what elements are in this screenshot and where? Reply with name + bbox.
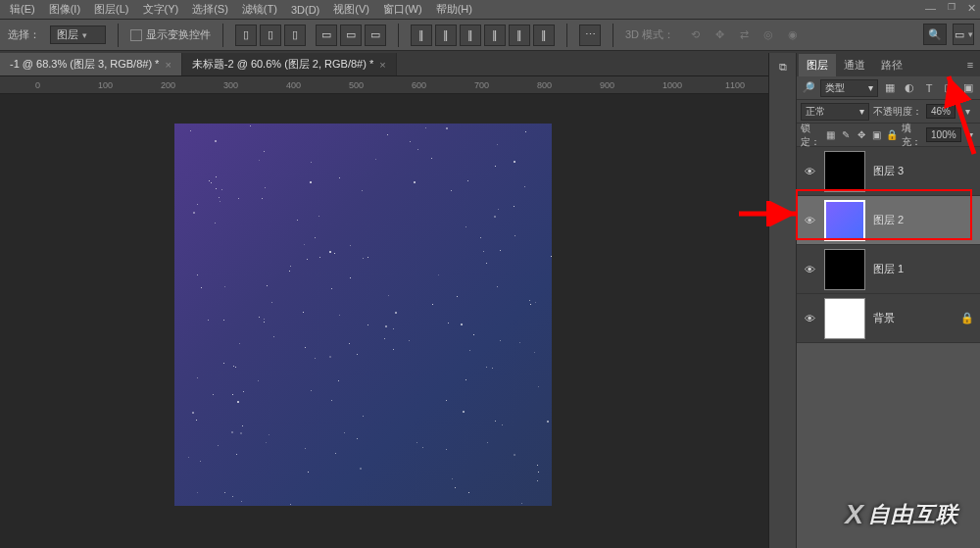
layer-name[interactable]: 图层 1 <box>873 262 904 276</box>
menu-layer[interactable]: 图层(L) <box>88 0 134 19</box>
panel-history-icon[interactable]: ⧉ <box>775 59 791 75</box>
3d-cam-icon[interactable]: ◎ <box>758 25 779 46</box>
divider <box>566 24 567 47</box>
lock-brush-icon[interactable]: ✎ <box>841 127 852 143</box>
search-icon[interactable]: 🔍 <box>923 24 947 45</box>
lock-artboard-icon[interactable]: ▣ <box>870 127 881 143</box>
align-top-icon[interactable]: ▭ <box>316 25 337 46</box>
filter-pixel-icon[interactable]: ▦ <box>882 80 898 96</box>
layer-row[interactable]: 👁 图层 2 <box>797 196 980 245</box>
align-right-icon[interactable]: ▯ <box>284 25 306 46</box>
menu-3d[interactable]: 3D(D) <box>285 2 325 18</box>
layers-tab[interactable]: 图层 <box>799 54 836 76</box>
align-center-h-icon[interactable]: ▯ <box>260 25 281 46</box>
visibility-icon[interactable]: 👁 <box>803 215 816 226</box>
filter-smart-icon[interactable]: ▣ <box>960 80 976 96</box>
layer-name[interactable]: 背景 <box>873 311 895 325</box>
dist-3-icon[interactable]: ‖ <box>460 25 481 46</box>
fill-chevron-icon[interactable]: ▾ <box>965 127 976 143</box>
minimize-icon[interactable]: — <box>925 2 936 15</box>
show-transform-label: 显示变换控件 <box>146 27 211 42</box>
filter-type-icon[interactable]: T <box>921 80 937 96</box>
ruler-mark: 0 <box>35 80 40 90</box>
tab-close-icon[interactable]: × <box>165 59 171 71</box>
document-tab-1[interactable]: -1 @ 68.3% (图层 3, RGB/8#) * × <box>0 53 182 75</box>
visibility-icon[interactable]: 👁 <box>803 166 816 177</box>
menu-text[interactable]: 文字(Y) <box>137 0 185 19</box>
dist-5-icon[interactable]: ‖ <box>509 25 530 46</box>
layer-thumbnail[interactable] <box>824 151 865 192</box>
watermark-x-icon: X <box>845 499 864 530</box>
ruler-mark: 800 <box>537 80 552 90</box>
menu-window[interactable]: 窗口(W) <box>377 0 428 19</box>
align-middle-icon[interactable]: ▭ <box>340 25 362 46</box>
dist-4-icon[interactable]: ‖ <box>484 25 506 46</box>
dist-6-icon[interactable]: ‖ <box>533 25 555 46</box>
more-icon[interactable]: ⋯ <box>579 25 601 46</box>
layer-filter-dropdown[interactable]: 类型▾ <box>820 79 878 97</box>
fill-value[interactable]: 100% <box>926 127 961 142</box>
3d-light-icon[interactable]: ◉ <box>782 25 804 46</box>
paths-tab[interactable]: 路径 <box>873 54 910 76</box>
ruler-mark: 900 <box>600 80 614 90</box>
close-icon[interactable]: ✕ <box>967 2 976 15</box>
align-left-icon[interactable]: ▯ <box>235 25 257 46</box>
menu-select[interactable]: 选择(S) <box>186 0 234 19</box>
canvas-workspace[interactable]: 0 100 200 300 400 500 600 700 800 900 10… <box>0 76 768 548</box>
divider <box>118 24 119 47</box>
layers-list: 👁 图层 3 👁 图层 2 👁 图层 1 👁 背景 <box>797 147 980 343</box>
workspace-switch-icon[interactable]: ▭ <box>953 24 974 45</box>
document-tab-2[interactable]: 未标题-2 @ 60.6% (图层 2, RGB/8#) * × <box>182 53 397 75</box>
layer-name[interactable]: 图层 2 <box>873 213 904 227</box>
layer-row[interactable]: 👁 图层 3 <box>797 147 980 196</box>
3d-group: ⟲ ✥ ⇄ ◎ ◉ <box>684 25 804 46</box>
horizontal-ruler: 0 100 200 300 400 500 600 700 800 900 10… <box>0 76 768 94</box>
filter-shape-icon[interactable]: ▢ <box>941 80 956 96</box>
blend-opacity-row: 正常▾ 不透明度： 46% ▾ <box>797 100 980 124</box>
layer-row[interactable]: 👁 图层 1 <box>797 245 980 294</box>
dist-1-icon[interactable]: ‖ <box>411 25 432 46</box>
lock-position-icon[interactable]: ✥ <box>856 127 866 143</box>
divider <box>398 24 399 47</box>
layer-row[interactable]: 👁 背景 🔒 <box>797 294 980 343</box>
3d-mode-label: 3D 模式： <box>625 27 674 42</box>
layer-thumbnail[interactable] <box>824 298 865 339</box>
menu-view[interactable]: 视图(V) <box>327 0 375 19</box>
menu-help[interactable]: 帮助(H) <box>430 0 478 19</box>
3d-pan-icon[interactable]: ✥ <box>709 25 730 46</box>
layer-thumbnail[interactable] <box>824 200 865 241</box>
layer-thumbnail[interactable] <box>824 249 865 290</box>
lock-icon: 🔒 <box>960 312 974 324</box>
ruler-mark: 200 <box>161 80 175 90</box>
restore-icon[interactable]: ❐ <box>948 2 956 15</box>
opacity-chevron-icon[interactable]: ▾ <box>959 104 975 120</box>
visibility-icon[interactable]: 👁 <box>803 313 816 324</box>
align-bottom-icon[interactable]: ▭ <box>365 25 386 46</box>
panel-menu-icon[interactable]: ≡ <box>962 57 978 73</box>
tab-close-icon[interactable]: × <box>379 59 385 71</box>
distribute-group: ‖ ‖ ‖ ‖ ‖ ‖ <box>411 25 555 46</box>
opacity-value[interactable]: 46% <box>926 104 956 119</box>
3d-slide-icon[interactable]: ⇄ <box>733 25 755 46</box>
canvas-image[interactable] <box>174 124 552 506</box>
lock-all-icon[interactable]: 🔒 <box>886 127 898 143</box>
align-group-2: ▭ ▭ ▭ <box>316 25 386 46</box>
show-transform-checkbox[interactable] <box>130 29 142 41</box>
watermark-text: 自由互联 <box>868 500 958 529</box>
layer-name[interactable]: 图层 3 <box>873 164 904 178</box>
menu-edit[interactable]: 辑(E) <box>4 0 41 19</box>
dist-2-icon[interactable]: ‖ <box>435 25 457 46</box>
ruler-mark: 500 <box>349 80 364 90</box>
menu-filter[interactable]: 滤镜(T) <box>236 0 283 19</box>
menu-image[interactable]: 图像(I) <box>43 0 86 19</box>
lock-transparent-icon[interactable]: ▦ <box>825 127 836 143</box>
filter-adjust-icon[interactable]: ◐ <box>902 80 917 96</box>
channels-tab[interactable]: 通道 <box>836 54 873 76</box>
visibility-icon[interactable]: 👁 <box>803 264 816 275</box>
layers-panel-tabs: 图层 通道 路径 ≡ <box>797 53 980 76</box>
blend-mode-dropdown[interactable]: 正常▾ <box>801 103 869 121</box>
lock-fill-row: 锁定： ▦ ✎ ✥ ▣ 🔒 填充： 100% ▾ <box>797 124 980 147</box>
select-dropdown[interactable]: 图层 <box>50 25 106 44</box>
ruler-mark: 700 <box>474 80 489 90</box>
3d-orbit-icon[interactable]: ⟲ <box>684 25 706 46</box>
